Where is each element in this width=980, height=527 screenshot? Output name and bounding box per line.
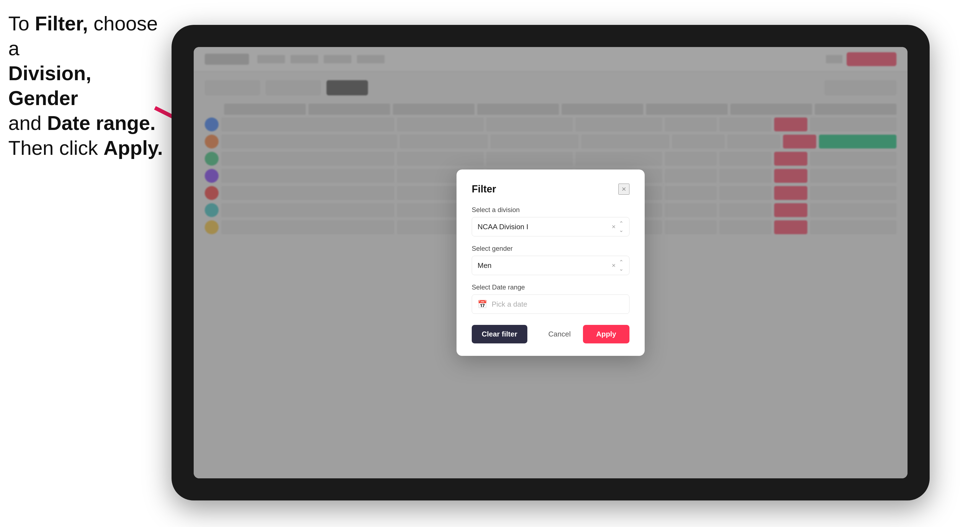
modal-header: Filter × [472,183,630,195]
instruction-text-and: and [8,112,47,134]
calendar-icon: 📅 [477,300,487,309]
division-select-controls: × ⌃⌄ [612,220,624,233]
division-select[interactable]: NCAA Division I × ⌃⌄ [472,217,630,237]
modal-overlay: Filter × Select a division NCAA Division… [194,47,907,478]
gender-label: Select gender [472,245,630,252]
gender-clear-icon[interactable]: × [612,262,616,269]
date-range-form-group: Select Date range 📅 Pick a date [472,283,630,314]
gender-selected-value: Men [477,261,492,270]
division-chevron-icon: ⌃⌄ [619,220,624,233]
date-placeholder: Pick a date [492,300,527,309]
clear-filter-button[interactable]: Clear filter [472,325,527,343]
division-label: Select a division [472,206,630,214]
instruction-panel: To Filter, choose a Division, Gender and… [8,11,163,160]
instruction-text-to: To [8,13,35,35]
gender-select-controls: × ⌃⌄ [612,259,624,272]
gender-chevron-icon: ⌃⌄ [619,259,624,272]
modal-close-button[interactable]: × [618,184,630,195]
division-form-group: Select a division NCAA Division I × ⌃⌄ [472,206,630,237]
modal-footer: Clear filter Cancel Apply [472,325,630,343]
gender-select[interactable]: Men × ⌃⌄ [472,256,630,275]
tablet-frame: Filter × Select a division NCAA Division… [172,25,930,500]
division-clear-icon[interactable]: × [612,223,616,230]
instruction-line4: Then click Apply. [8,135,163,160]
tablet-screen: Filter × Select a division NCAA Division… [194,47,907,478]
cancel-button[interactable]: Cancel [542,325,578,343]
date-range-label: Select Date range [472,283,630,291]
date-range-input[interactable]: 📅 Pick a date [472,294,630,314]
instruction-line3: and Date range. [8,111,163,135]
instruction-bold-apply: Apply. [103,137,163,159]
modal-title: Filter [472,183,496,195]
instruction-line2: Division, Gender [8,61,163,111]
instruction-line1: To Filter, choose a [8,11,163,61]
modal-footer-right: Cancel Apply [542,325,630,343]
filter-modal: Filter × Select a division NCAA Division… [457,170,645,356]
division-selected-value: NCAA Division I [477,222,528,231]
instruction-bold-date-range: Date range. [47,112,156,134]
apply-button[interactable]: Apply [583,325,630,343]
instruction-bold-filter: Filter, [35,13,88,35]
gender-form-group: Select gender Men × ⌃⌄ [472,245,630,275]
instruction-text-then-click: Then click [8,137,103,159]
instruction-bold-division-gender: Division, Gender [8,62,91,109]
